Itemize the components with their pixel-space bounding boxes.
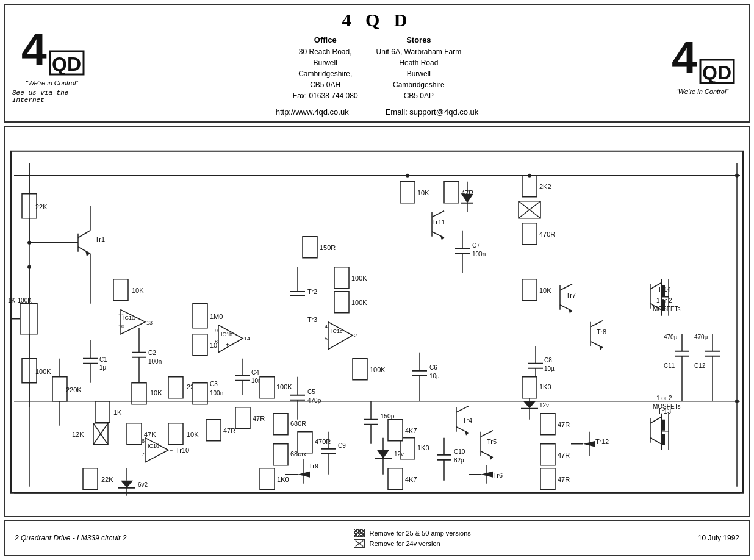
- logo-left-svg: 4 QD: [18, 22, 85, 77]
- svg-text:100n: 100n: [472, 250, 486, 257]
- office-label: Office: [293, 34, 358, 46]
- legend-x-icon: [354, 539, 365, 548]
- svg-text:Tr12: Tr12: [595, 437, 609, 445]
- svg-text:10µ: 10µ: [429, 372, 440, 379]
- svg-text:150p: 150p: [381, 412, 395, 419]
- svg-text:C5: C5: [307, 388, 315, 395]
- svg-rect-63: [193, 334, 207, 355]
- svg-text:4: 4: [325, 323, 328, 329]
- svg-text:IC1a: IC1a: [123, 314, 135, 320]
- svg-text:QD: QD: [702, 62, 731, 84]
- svg-text:C9: C9: [338, 442, 346, 448]
- logo-right: 4 QD “We’re in Control”: [662, 31, 742, 95]
- svg-text:QD: QD: [52, 53, 81, 75]
- svg-point-290: [406, 173, 409, 177]
- svg-rect-21: [20, 303, 37, 334]
- svg-text:C12: C12: [694, 362, 706, 368]
- svg-rect-164: [522, 376, 537, 398]
- circuit-diagram: 22K Tr1 1K-100K 100K 220K: [5, 127, 749, 517]
- office-line3: Cambridgeshire,: [293, 68, 358, 79]
- svg-text:Tr3: Tr3: [307, 315, 317, 323]
- svg-text:10K: 10K: [539, 286, 551, 293]
- office-line1: 30 Reach Road,: [293, 46, 358, 57]
- svg-text:4K7: 4K7: [405, 475, 417, 483]
- svg-rect-39: [113, 279, 128, 300]
- svg-point-293: [735, 399, 739, 403]
- svg-rect-197: [235, 407, 250, 428]
- svg-text:C11: C11: [664, 362, 675, 368]
- svg-rect-29: [52, 376, 67, 401]
- svg-text:100n: 100n: [210, 389, 223, 396]
- svg-rect-195: [388, 468, 403, 489]
- svg-rect-212: [260, 468, 275, 489]
- svg-text:12K: 12K: [72, 430, 84, 437]
- website-row: http://www.4qd.co.uk Email: support@4qd.…: [276, 107, 479, 117]
- svg-text:IC1c: IC1c: [331, 328, 343, 334]
- svg-rect-199: [206, 419, 221, 440]
- svg-text:6v2: 6v2: [138, 481, 148, 487]
- svg-text:12v: 12v: [394, 450, 404, 457]
- svg-text:470µ: 470µ: [694, 333, 708, 340]
- svg-text:10K: 10K: [132, 286, 144, 293]
- svg-text:13: 13: [146, 319, 153, 325]
- svg-text:4K7: 4K7: [405, 426, 417, 434]
- svg-text:MOSFETs: MOSFETs: [653, 403, 681, 409]
- svg-text:100K: 100K: [351, 274, 367, 281]
- svg-text:Tr2: Tr2: [307, 287, 317, 295]
- footer-legend: Remove for 25 & 50 amp versions Remove f…: [354, 529, 471, 548]
- svg-text:IC1b: IC1b: [221, 331, 232, 337]
- svg-text:+: +: [170, 447, 173, 453]
- svg-rect-115: [400, 181, 415, 203]
- stores-line3: Burwell: [376, 68, 462, 79]
- legend-text-1: Remove for 25 & 50 amp versions: [370, 529, 471, 537]
- svg-text:14: 14: [244, 335, 250, 341]
- svg-rect-201: [273, 413, 288, 434]
- legend-item-2: Remove for 24v version: [354, 539, 440, 548]
- svg-text:Tr8: Tr8: [597, 328, 606, 335]
- svg-text:47R: 47R: [223, 426, 235, 434]
- tagline-right: “We’re in Control”: [676, 88, 728, 95]
- tagline-left: “We’re in Control”: [26, 79, 78, 87]
- logo-right-svg: 4 QD: [669, 31, 736, 85]
- svg-text:4: 4: [21, 23, 47, 74]
- svg-text:C4: C4: [251, 368, 259, 375]
- svg-text:12v: 12v: [539, 401, 549, 408]
- svg-text:150R: 150R: [320, 243, 336, 251]
- legend-item-1: Remove for 25 & 50 amp versions: [354, 529, 471, 537]
- svg-text:Tr4: Tr4: [462, 416, 472, 423]
- svg-text:47R: 47R: [558, 475, 570, 483]
- svg-point-291: [528, 173, 531, 177]
- svg-text:Tr7: Tr7: [566, 291, 576, 298]
- svg-rect-277: [540, 468, 555, 489]
- svg-text:22K: 22K: [101, 475, 113, 483]
- stores-label: Stores: [376, 34, 462, 46]
- svg-text:1K0: 1K0: [277, 475, 289, 483]
- header: 4 QD “We’re in Control” See us via the I…: [4, 4, 750, 123]
- svg-rect-139: [522, 223, 537, 244]
- svg-text:+: +: [226, 341, 229, 347]
- svg-rect-141: [522, 279, 537, 300]
- svg-text:100K: 100K: [370, 365, 386, 373]
- svg-text:1K0: 1K0: [417, 443, 429, 451]
- svg-text:C8: C8: [544, 356, 552, 363]
- svg-text:C6: C6: [429, 364, 437, 370]
- svg-text:2: 2: [354, 332, 357, 338]
- address-row: Office 30 Reach Road, Burwell Cambridges…: [293, 34, 461, 101]
- svg-text:10µ: 10µ: [544, 365, 555, 372]
- svg-text:1K: 1K: [113, 408, 122, 415]
- svg-text:10K: 10K: [150, 389, 162, 396]
- svg-text:Tr1: Tr1: [95, 235, 105, 242]
- svg-rect-134: [522, 175, 537, 196]
- svg-text:IC1d: IC1d: [148, 442, 159, 448]
- svg-text:1M0: 1M0: [210, 312, 223, 320]
- svg-text:2K2: 2K2: [539, 182, 551, 190]
- svg-rect-100: [334, 291, 349, 312]
- svg-rect-273: [540, 413, 555, 434]
- stores-address: Stores Unit 6A, Warbraham Farm Heath Roa…: [376, 34, 462, 101]
- svg-text:100K: 100K: [276, 382, 292, 390]
- svg-text:8: 8: [215, 338, 218, 344]
- svg-text:4: 4: [672, 32, 697, 83]
- svg-rect-61: [193, 303, 207, 328]
- svg-text:1K-100K: 1K-100K: [8, 296, 32, 303]
- svg-text:Tr9: Tr9: [309, 462, 318, 469]
